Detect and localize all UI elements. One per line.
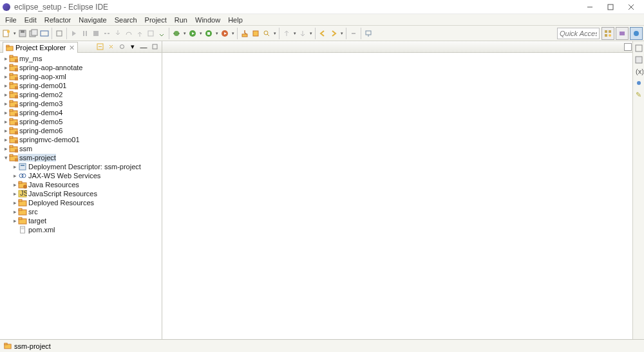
project-row[interactable]: ▸spring-aop-annotate <box>0 63 162 72</box>
view-menu-button[interactable]: ▾ <box>128 42 137 51</box>
stop-icon[interactable] <box>91 28 101 39</box>
project-child-row[interactable]: ▸target <box>0 216 162 225</box>
minimize-view-button[interactable]: — <box>139 42 148 51</box>
menu-refactor[interactable]: Refactor <box>41 15 75 25</box>
expand-arrow-icon[interactable]: ▸ <box>12 181 18 188</box>
expand-arrow-icon[interactable]: ▸ <box>12 190 18 197</box>
collapse-all-button[interactable] <box>95 42 104 51</box>
task-list-view-icon[interactable] <box>634 55 643 64</box>
expand-arrow-icon[interactable]: ▸ <box>3 118 9 125</box>
last-edit-button[interactable] <box>348 28 359 39</box>
close-view-icon[interactable]: ✕ <box>69 44 75 52</box>
menu-window[interactable]: Window <box>191 15 224 25</box>
expand-arrow-icon[interactable]: ▸ <box>12 208 18 215</box>
expand-arrow-icon[interactable]: ▸ <box>3 145 9 152</box>
project-row[interactable]: ▸spring-demo3 <box>0 99 162 108</box>
expand-arrow-icon[interactable]: ▸ <box>12 172 18 179</box>
menu-edit[interactable]: Edit <box>21 15 41 25</box>
annotation-prev-button[interactable] <box>281 28 292 39</box>
new-server-button[interactable] <box>240 28 250 39</box>
expand-arrow-icon[interactable]: ▸ <box>12 163 18 170</box>
project-child-row[interactable]: ▸Deployed Resources <box>0 198 162 207</box>
project-child-row[interactable]: ▸src <box>0 207 162 216</box>
ext-tools-dropdown-icon[interactable]: ▾ <box>231 31 235 36</box>
expand-arrow-icon[interactable]: ▸ <box>3 127 9 134</box>
save-button[interactable] <box>17 28 28 39</box>
annotation-next-dropdown-icon[interactable]: ▾ <box>308 31 313 36</box>
new-button[interactable] <box>1 28 12 39</box>
expand-arrow-icon[interactable]: ▸ <box>3 136 9 143</box>
drop-frame-icon[interactable] <box>146 28 156 39</box>
menu-run[interactable]: Run <box>171 15 191 25</box>
project-row[interactable]: ▸ssm <box>0 144 162 153</box>
project-child-row[interactable]: ▸Deployment Descriptor: ssm-project <box>0 162 162 171</box>
editor-minimize-button[interactable] <box>624 43 632 51</box>
close-button[interactable] <box>621 1 641 13</box>
focus-task-button[interactable] <box>117 42 126 51</box>
menu-file[interactable]: File <box>1 15 21 25</box>
project-child-row[interactable]: ▸Java Resources <box>0 180 162 189</box>
forward-button[interactable] <box>328 28 339 39</box>
project-explorer-tab[interactable]: Project Explorer ✕ <box>3 42 78 53</box>
project-child-row[interactable]: ▸JAX-WS Web Services <box>0 171 162 180</box>
debug-button[interactable] <box>171 28 182 39</box>
breakpoints-view-icon[interactable] <box>634 79 643 88</box>
coverage-button[interactable] <box>204 28 214 39</box>
java-perspective-button[interactable] <box>616 27 629 40</box>
expressions-view-icon[interactable]: ✎ <box>634 90 643 99</box>
project-tree[interactable]: ▸my_ms▸spring-aop-annotate▸spring-aop-xm… <box>0 53 162 339</box>
search-button[interactable] <box>261 28 272 39</box>
save-all-button[interactable] <box>28 28 39 39</box>
build-button[interactable] <box>54 28 64 39</box>
maximize-view-button[interactable] <box>150 42 159 51</box>
switch-editor-button[interactable] <box>39 28 50 39</box>
minimize-button[interactable] <box>580 1 600 13</box>
variables-view-icon[interactable]: (x) <box>634 67 643 76</box>
new-dropdown-icon[interactable]: ▾ <box>12 31 17 36</box>
menu-search[interactable]: Search <box>111 15 141 25</box>
expand-arrow-icon[interactable]: ▸ <box>3 82 9 89</box>
project-row[interactable]: ▸spring-demo6 <box>0 126 162 135</box>
open-task-button[interactable] <box>251 28 261 39</box>
outline-view-icon[interactable] <box>634 44 643 53</box>
project-row[interactable]: ▸spring-demo2 <box>0 90 162 99</box>
debug-dropdown-icon[interactable]: ▾ <box>182 31 187 36</box>
project-row[interactable]: ▸springmvc-demo01 <box>0 135 162 144</box>
pin-editor-button[interactable] <box>363 28 374 39</box>
open-perspective-button[interactable] <box>601 27 614 40</box>
menu-navigate[interactable]: Navigate <box>75 15 110 25</box>
maximize-button[interactable] <box>600 1 621 13</box>
run-button[interactable] <box>187 28 198 39</box>
step-return-icon[interactable] <box>135 28 145 39</box>
expand-arrow-icon[interactable]: ▸ <box>3 73 9 80</box>
project-row[interactable]: ▸my_ms <box>0 54 162 63</box>
ext-tools-button[interactable] <box>220 28 230 39</box>
menu-project[interactable]: Project <box>141 15 171 25</box>
link-editor-button[interactable] <box>106 42 115 51</box>
pause-icon[interactable] <box>80 28 90 39</box>
quick-access-input[interactable] <box>557 28 600 39</box>
project-row[interactable]: ▸spring-aop-xml <box>0 72 162 81</box>
search-dropdown-icon[interactable]: ▾ <box>272 31 277 36</box>
project-row-selected[interactable]: ▾ssm-project <box>0 153 162 162</box>
project-child-row[interactable]: pom.xml <box>0 225 162 234</box>
run-dropdown-icon[interactable]: ▾ <box>198 31 203 36</box>
expand-arrow-icon[interactable]: ▸ <box>3 64 9 71</box>
step-filters-icon[interactable] <box>156 28 167 39</box>
menu-help[interactable]: Help <box>224 15 247 25</box>
expand-arrow-icon[interactable]: ▸ <box>12 218 18 224</box>
annotation-next-button[interactable] <box>298 28 308 39</box>
resume-icon[interactable] <box>69 28 79 39</box>
forward-dropdown-icon[interactable]: ▾ <box>339 31 344 36</box>
project-row[interactable]: ▸spring-demo4 <box>0 108 162 117</box>
expand-arrow-icon[interactable]: ▸ <box>3 100 9 107</box>
expand-arrow-icon[interactable]: ▸ <box>3 109 9 116</box>
step-into-icon[interactable] <box>113 28 123 39</box>
project-row[interactable]: ▸spring-demo01 <box>0 81 162 90</box>
coverage-dropdown-icon[interactable]: ▾ <box>214 31 219 36</box>
annotation-prev-dropdown-icon[interactable]: ▾ <box>292 31 297 36</box>
javaee-perspective-button[interactable] <box>630 27 643 40</box>
collapse-arrow-icon[interactable]: ▾ <box>3 154 9 161</box>
disconnect-icon[interactable] <box>102 28 112 39</box>
project-row[interactable]: ▸spring-demo5 <box>0 117 162 126</box>
